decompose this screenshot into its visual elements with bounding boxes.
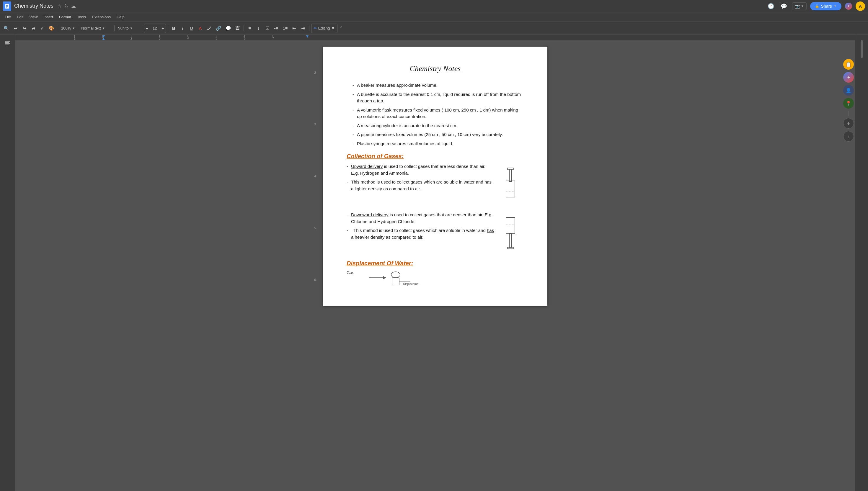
toolbar-separator-5: [168, 25, 168, 31]
menu-tools[interactable]: Tools: [75, 13, 88, 20]
image-button[interactable]: 🖼: [233, 24, 242, 33]
list-item: - A beaker measures approximate volume.: [353, 82, 524, 89]
menu-format[interactable]: Format: [57, 13, 74, 20]
user-avatar[interactable]: A: [856, 1, 865, 11]
cloud-icon[interactable]: ☁: [71, 3, 76, 9]
menu-insert[interactable]: Insert: [41, 13, 56, 20]
left-sidebar: [0, 35, 16, 491]
upward-delivery-text: Upward delivery: [351, 164, 383, 169]
svg-text:7: 7: [272, 37, 274, 40]
downward-delivery-text: - Downward delivery is used to collect g…: [346, 211, 494, 247]
svg-text:5: 5: [216, 37, 217, 40]
expand-panel-icon[interactable]: ›: [843, 131, 854, 142]
bullets-button[interactable]: •≡: [272, 24, 280, 33]
print-button[interactable]: 🖨: [29, 24, 37, 33]
folder-icon[interactable]: 🗂: [64, 3, 69, 9]
link-button[interactable]: 🔗: [214, 24, 223, 33]
paragraph-style-dropdown[interactable]: Normal text ▼: [80, 24, 112, 33]
highlight-button[interactable]: 🖊: [205, 24, 214, 33]
add-apps-icon[interactable]: +: [843, 118, 854, 129]
gas-label: Gas: [346, 270, 354, 288]
document-title[interactable]: Chemistry Notes: [14, 3, 53, 9]
undo-button[interactable]: ↩: [11, 24, 20, 33]
svg-rect-5: [5, 42, 9, 43]
font-size-input[interactable]: 12: [149, 24, 160, 33]
side-page-numbers: 2 3 4 5 6: [314, 47, 316, 306]
font-size-increase[interactable]: +: [160, 24, 165, 33]
svg-text:6: 6: [244, 37, 246, 40]
increase-indent-button[interactable]: ⇥: [299, 24, 307, 33]
list-item: - Plastic syringe measures small volumes…: [353, 140, 524, 147]
page-wrapper: 2 3 4 5 6 Chemistry Notes - A beaker mea…: [323, 47, 548, 306]
spell-check-button[interactable]: ✓: [38, 24, 46, 33]
displacement-diagram: Gas Displacement: [346, 270, 524, 288]
downward-flask-diagram: [500, 214, 524, 254]
svg-rect-3: [6, 7, 7, 8]
svg-rect-1: [6, 5, 8, 6]
menu-help[interactable]: Help: [114, 13, 127, 20]
svg-rect-8: [16, 35, 855, 41]
svg-rect-32: [506, 218, 515, 234]
svg-text:2: 2: [131, 37, 132, 40]
svg-rect-39: [392, 278, 399, 285]
font-size-control[interactable]: − 12 +: [144, 24, 166, 33]
toolbar-collapse-button[interactable]: ⌃: [338, 24, 344, 32]
para-dropdown-arrow: ▼: [102, 27, 105, 30]
displacement-of-water-heading: Displacement Of Water:: [346, 260, 524, 267]
toolbar-separator-2: [78, 25, 78, 31]
numbered-list-button[interactable]: 1≡: [281, 24, 290, 33]
comment-button[interactable]: 💬: [224, 24, 233, 33]
menu-file[interactable]: File: [2, 13, 13, 20]
camera-mode-button[interactable]: 📷 ▼: [792, 2, 807, 10]
menu-extensions[interactable]: Extensions: [89, 13, 113, 20]
gemini-side-icon[interactable]: ✦: [843, 72, 854, 83]
checklist-button[interactable]: ☑: [263, 24, 272, 33]
contacts-icon[interactable]: 👤: [843, 85, 854, 96]
svg-text:1: 1: [74, 37, 76, 40]
zoom-dropdown[interactable]: 100% ▼: [60, 24, 76, 33]
scrollbar-thumb[interactable]: [861, 40, 863, 58]
downward-delivery-text-inline: Downward delivery: [351, 212, 389, 217]
share-label: Share: [821, 4, 832, 8]
gemini-icon[interactable]: ✦: [845, 3, 852, 10]
ruler: 1 1 2 3 4 5 6 7: [16, 35, 855, 41]
keep-notes-icon[interactable]: 📋: [843, 59, 854, 69]
list-item: - A volumetric flask measures fixed volu…: [353, 107, 524, 120]
maps-icon[interactable]: 📍: [843, 98, 854, 109]
line-spacing-button[interactable]: ↕: [254, 24, 263, 33]
content-area[interactable]: 2 3 4 5 6 Chemistry Notes - A beaker mea…: [16, 41, 855, 491]
history-icon[interactable]: 🕐: [766, 1, 776, 11]
page-title: Chemistry Notes: [346, 64, 524, 73]
spacer: [346, 203, 524, 211]
menu-edit[interactable]: Edit: [15, 13, 26, 20]
bold-button[interactable]: B: [170, 24, 178, 33]
outline-toggle-button[interactable]: [2, 38, 13, 49]
toolbar: 🔍 ↩ ↪ 🖨 ✓ 🎨 100% ▼ Normal text ▼ Nunito …: [0, 22, 868, 35]
redo-button[interactable]: ↪: [20, 24, 29, 33]
svg-rect-4: [5, 41, 10, 41]
svg-rect-33: [509, 233, 512, 248]
decrease-indent-button[interactable]: ⇤: [290, 24, 299, 33]
svg-rect-2: [6, 6, 8, 7]
text-color-button[interactable]: A: [196, 24, 204, 33]
menu-view[interactable]: View: [27, 13, 40, 20]
font-size-decrease[interactable]: −: [144, 24, 149, 33]
star-icon[interactable]: ☆: [58, 3, 62, 9]
downward-delivery-bullet-list: - Downward delivery is used to collect g…: [346, 211, 494, 240]
chat-icon[interactable]: 💬: [779, 1, 789, 11]
camera-dropdown-arrow: ▼: [801, 4, 804, 8]
paint-format-button[interactable]: 🎨: [47, 24, 56, 33]
floating-separator: [848, 111, 849, 116]
font-dropdown[interactable]: Nunito ▼: [116, 24, 140, 33]
svg-point-38: [391, 272, 400, 278]
paragraph-style-value: Normal text: [81, 26, 101, 30]
search-icon[interactable]: 🔍: [2, 24, 11, 33]
share-button[interactable]: 🔒 Share ▼: [810, 2, 841, 10]
italic-button[interactable]: I: [178, 24, 187, 33]
svg-rect-7: [5, 45, 9, 45]
underline-button[interactable]: U: [188, 24, 196, 33]
align-button[interactable]: ≡: [246, 24, 254, 33]
collection-gases-text: - Upward delivery is used to collect gas…: [346, 163, 494, 198]
main-layout: 1 1 2 3 4 5 6 7: [0, 35, 868, 491]
editing-mode-button[interactable]: ✏ Editing ▼: [311, 24, 338, 33]
